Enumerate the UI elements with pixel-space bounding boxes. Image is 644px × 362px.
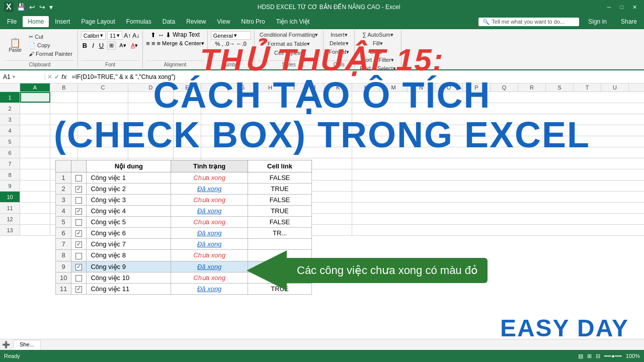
- insert-button[interactable]: Insert▾: [329, 31, 350, 39]
- confirm-formula-icon[interactable]: ✓: [54, 73, 59, 80]
- col-header-b[interactable]: B: [50, 83, 78, 92]
- col-header-t[interactable]: T: [574, 83, 601, 92]
- col-header-r[interactable]: R: [518, 83, 546, 92]
- cut-button[interactable]: ✂ Cut: [27, 33, 74, 41]
- menu-home[interactable]: Home: [23, 16, 49, 27]
- col-header-u[interactable]: U: [601, 83, 629, 92]
- col-header-q[interactable]: Q: [491, 83, 518, 92]
- customize-icon[interactable]: ▾: [48, 2, 54, 12]
- cell-ref-dropdown[interactable]: ▾: [13, 74, 15, 79]
- menu-tien-ich-viet[interactable]: Tiện ích Việt: [271, 16, 315, 27]
- menu-insert[interactable]: Insert: [50, 16, 75, 27]
- increase-font-button[interactable]: A↑: [124, 32, 131, 39]
- align-top-button[interactable]: ⬆: [150, 31, 156, 39]
- increase-decimal-button[interactable]: .0→: [224, 41, 234, 47]
- cancel-formula-icon[interactable]: ✕: [47, 73, 52, 80]
- share-button[interactable]: Share: [616, 16, 642, 27]
- cell-reference-box[interactable]: A1 ▾: [0, 73, 45, 80]
- font-size-selector[interactable]: 11 ▾: [107, 31, 122, 40]
- zoom-slider[interactable]: ━━●━━: [604, 353, 622, 359]
- format-as-table-button[interactable]: Format as Table▾: [266, 40, 312, 48]
- page-layout-icon[interactable]: ⊞: [587, 353, 592, 359]
- col-header-f[interactable]: F: [201, 83, 229, 92]
- format-button[interactable]: Format▾: [327, 48, 351, 56]
- menu-file[interactable]: File: [2, 16, 22, 27]
- save-icon[interactable]: 💾: [16, 2, 26, 12]
- percent-button[interactable]: %: [215, 41, 220, 47]
- cell-b1[interactable]: [50, 92, 78, 103]
- col-header-l[interactable]: L: [352, 83, 380, 92]
- cell-d1[interactable]: [128, 92, 174, 103]
- title-bar-right: ─ □ ✕: [604, 3, 640, 12]
- menu-formulas[interactable]: Formulas: [121, 16, 156, 27]
- col-header-e[interactable]: E: [174, 83, 201, 92]
- menu-nitro-pro[interactable]: Nitro Pro: [236, 16, 270, 27]
- autosum-button[interactable]: ∑ AutoSum▾: [360, 31, 395, 39]
- align-center-button[interactable]: ≡: [151, 40, 155, 47]
- sign-in-button[interactable]: Sign in: [583, 16, 612, 27]
- align-right-button[interactable]: ≡: [156, 40, 160, 47]
- menu-review[interactable]: Review: [181, 16, 211, 27]
- menu-view[interactable]: View: [212, 16, 235, 27]
- font-color-button[interactable]: A▾: [130, 42, 139, 49]
- cell-c1[interactable]: [78, 92, 128, 103]
- wrap-text-button[interactable]: Wrap Text: [173, 31, 200, 39]
- page-break-icon[interactable]: ⊟: [596, 353, 600, 359]
- fill-button[interactable]: Fill▾: [371, 40, 385, 47]
- search-bar[interactable]: 🔍 Tell me what you want to do...: [478, 18, 579, 26]
- find-select-button[interactable]: Find & Select▾: [358, 65, 397, 72]
- decrease-decimal-button[interactable]: ←.0: [236, 41, 247, 47]
- redo-icon[interactable]: ↪: [38, 2, 46, 12]
- minimize-button[interactable]: ─: [604, 3, 614, 11]
- fill-color-button[interactable]: A▾: [118, 42, 127, 49]
- window-title: HDSD EXCEL TỪ CƠ BẢN ĐẾN NÂNG CAO - Exce…: [258, 4, 400, 11]
- border-button[interactable]: ⊞: [107, 41, 116, 50]
- paste-button[interactable]: 📋 Paste: [5, 37, 25, 54]
- col-header-k[interactable]: K: [325, 83, 352, 92]
- conditional-formatting-button[interactable]: Conditional Formatting▾: [258, 31, 320, 39]
- number-format-selector[interactable]: General ▾: [211, 31, 251, 40]
- align-bottom-button[interactable]: ⬇: [166, 31, 171, 39]
- insert-function-icon[interactable]: fx: [61, 73, 67, 80]
- col-header-p[interactable]: P: [463, 83, 491, 92]
- cell-a1[interactable]: [20, 92, 50, 103]
- col-header-s[interactable]: S: [546, 83, 574, 92]
- maximize-button[interactable]: □: [617, 3, 626, 11]
- col-header-j[interactable]: J: [304, 83, 325, 92]
- col-header-a[interactable]: A: [20, 83, 50, 92]
- sort-filter-button[interactable]: Sort & Filter▾: [360, 56, 396, 64]
- close-button[interactable]: ✕: [629, 3, 640, 12]
- formula-input[interactable]: [69, 73, 644, 80]
- delete-button[interactable]: Delete▾: [328, 40, 351, 47]
- format-painter-button[interactable]: 🖌 Format Painter: [27, 50, 74, 57]
- cell-styles-button[interactable]: Cell Styles▾: [272, 49, 305, 57]
- col-header-c[interactable]: C: [78, 83, 128, 92]
- italic-button[interactable]: I: [91, 41, 96, 50]
- menu-page-layout[interactable]: Page Layout: [76, 16, 120, 27]
- undo-icon[interactable]: ↩: [28, 2, 36, 12]
- decrease-font-button[interactable]: A↓: [132, 32, 139, 39]
- clear-button[interactable]: Clear -: [367, 48, 388, 55]
- row-num-1[interactable]: 1: [0, 92, 20, 103]
- normal-view-icon[interactable]: ▤: [578, 353, 583, 359]
- title-bar-left: X 💾 ↩ ↪ ▾: [4, 2, 54, 12]
- underline-button[interactable]: U: [98, 41, 105, 50]
- font-family-selector[interactable]: Calibri ▾: [81, 31, 106, 40]
- comma-button[interactable]: ,: [221, 41, 223, 47]
- ribbon-group-clipboard: 📋 Paste ✂ Cut 📄 Copy 🖌 Format Painter Cl…: [2, 30, 78, 68]
- cell-f1[interactable]: [201, 92, 352, 103]
- cell-e1[interactable]: [174, 92, 201, 103]
- col-header-o[interactable]: O: [435, 83, 463, 92]
- col-header-g[interactable]: G: [229, 83, 257, 92]
- align-middle-button[interactable]: ↔: [157, 31, 164, 39]
- align-left-button[interactable]: ≡: [146, 40, 150, 47]
- copy-button[interactable]: 📄 Copy: [27, 42, 74, 49]
- bold-button[interactable]: B: [81, 41, 89, 50]
- menu-data[interactable]: Data: [157, 16, 180, 27]
- col-header-m[interactable]: M: [380, 83, 408, 92]
- col-header-n[interactable]: N: [408, 83, 435, 92]
- col-header-h[interactable]: H: [257, 83, 284, 92]
- col-header-d[interactable]: D: [128, 83, 174, 92]
- merge-center-button[interactable]: Merge & Center▾: [162, 40, 204, 47]
- col-header-i[interactable]: I: [284, 83, 304, 92]
